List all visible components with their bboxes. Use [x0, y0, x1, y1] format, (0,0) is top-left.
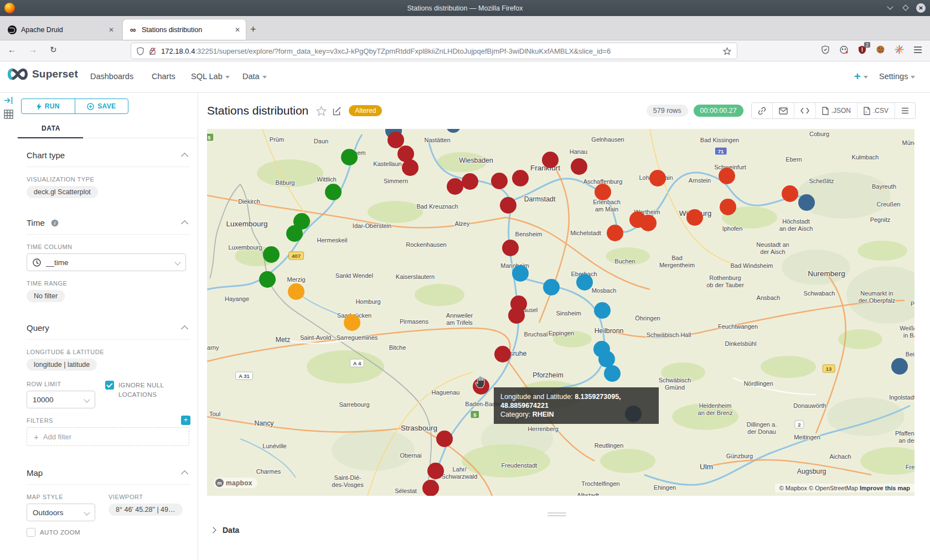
station-dot[interactable] — [542, 152, 559, 168]
row-limit-select[interactable]: 10000 — [27, 391, 95, 408]
deckgl-scatter-map[interactable]: PrümDaunNastättenGelnhausenHanauCoburgBa… — [207, 129, 914, 496]
add-filter-plus-button[interactable]: + — [181, 416, 190, 425]
shield-icon[interactable] — [137, 47, 144, 55]
station-dot[interactable] — [491, 173, 508, 189]
section-map[interactable]: Map — [27, 456, 190, 485]
data-panel-toggle[interactable]: Data — [211, 526, 239, 535]
superset-logo[interactable]: Superset — [7, 67, 78, 81]
station-dot[interactable] — [604, 365, 621, 382]
station-dot[interactable] — [259, 271, 276, 288]
section-point-size[interactable]: Point Size — [27, 546, 190, 560]
container-asterisk-icon[interactable] — [895, 45, 904, 54]
chart-menu-button[interactable] — [895, 103, 915, 118]
station-dot[interactable] — [427, 463, 444, 479]
run-button[interactable]: RUN — [22, 99, 75, 113]
ublock-icon[interactable]: 2 — [858, 45, 866, 54]
resize-drag-handle[interactable] — [547, 512, 566, 518]
nav-data[interactable]: Data — [242, 72, 267, 81]
privacy-mask-icon[interactable] — [839, 45, 849, 54]
station-dot[interactable] — [640, 215, 657, 231]
insecure-lock-icon[interactable] — [149, 47, 156, 55]
nav-dashboards[interactable]: Dashboards — [90, 72, 133, 81]
improve-map-link[interactable]: Improve this map — [860, 485, 910, 491]
station-dot[interactable] — [447, 178, 463, 195]
section-chart-type[interactable]: Chart type — [27, 138, 190, 167]
station-dot[interactable] — [512, 265, 529, 282]
station-dot[interactable] — [508, 307, 525, 324]
station-dot[interactable] — [607, 225, 623, 241]
station-dot[interactable] — [594, 302, 611, 319]
url-bar[interactable]: 172.18.0.4:32251/superset/explore/?form_… — [131, 43, 737, 59]
station-dot[interactable] — [286, 225, 303, 242]
station-dot[interactable] — [341, 149, 358, 165]
station-dot[interactable] — [263, 246, 280, 263]
map-style-select[interactable]: Outdoors — [27, 504, 95, 521]
time-column-select[interactable]: __time — [27, 253, 186, 271]
station-dot[interactable] — [719, 168, 735, 184]
station-dot[interactable] — [422, 480, 439, 496]
back-button[interactable]: ← — [8, 45, 16, 54]
tab-stations-distribution[interactable]: ∞ Stations distribution ✕ — [123, 19, 246, 40]
window-close-button[interactable]: ✕ — [916, 3, 926, 13]
new-chart-plus-button[interactable]: + — [854, 70, 868, 83]
tab-data[interactable]: DATA — [42, 125, 60, 132]
embed-code-button[interactable] — [794, 103, 815, 118]
nav-sql-lab[interactable]: SQL Lab — [191, 72, 230, 81]
nav-charts[interactable]: Charts — [152, 72, 175, 81]
add-filter-box[interactable]: + Add filter — [27, 427, 189, 446]
station-dot[interactable] — [782, 185, 798, 202]
window-maximize-button[interactable] — [901, 3, 911, 13]
station-dot[interactable] — [686, 209, 703, 226]
lonlat-value[interactable]: longitude | latitude — [27, 359, 97, 371]
station-dot[interactable] — [891, 358, 908, 375]
reload-button[interactable]: ↻ — [50, 45, 57, 55]
export-json-button[interactable]: .JSON — [815, 103, 857, 118]
copy-link-button[interactable] — [752, 103, 772, 118]
url-text[interactable]: 172.18.0.4:32251/superset/explore/?form_… — [161, 47, 723, 55]
tab-apache-druid[interactable]: Apache Druid ✕ — [2, 19, 120, 40]
forward-button[interactable]: → — [29, 45, 37, 54]
station-dot[interactable] — [288, 283, 304, 300]
section-time[interactable]: Time i — [27, 206, 190, 235]
mapbox-logo[interactable]: m mapbox — [214, 478, 257, 488]
auto-zoom-checkbox[interactable] — [27, 528, 35, 537]
station-dot[interactable] — [462, 173, 478, 190]
edit-properties-icon[interactable] — [333, 106, 342, 116]
cookie-icon[interactable] — [876, 45, 885, 54]
station-dot[interactable] — [595, 184, 611, 200]
station-dot[interactable] — [649, 170, 666, 186]
station-dot[interactable] — [571, 158, 587, 175]
collapse-panel-icon[interactable] — [4, 96, 13, 105]
menu-hamburger-icon[interactable] — [913, 46, 922, 54]
pocket-shield-icon[interactable] — [821, 45, 830, 54]
station-dot[interactable] — [402, 159, 418, 176]
altered-badge[interactable]: Altered — [349, 105, 382, 116]
favorite-star-icon[interactable] — [316, 106, 327, 116]
station-dot[interactable] — [325, 184, 342, 200]
station-dot[interactable] — [436, 431, 453, 447]
export-csv-button[interactable]: x.CSV — [857, 103, 895, 118]
station-dot[interactable] — [720, 199, 736, 215]
email-button[interactable] — [772, 103, 794, 118]
tab-close-icon[interactable]: ✕ — [108, 26, 114, 34]
station-dot[interactable] — [500, 197, 516, 214]
station-dot[interactable] — [798, 194, 815, 211]
station-dot[interactable] — [543, 279, 560, 295]
window-minimize-button[interactable] — [885, 3, 895, 13]
station-dot[interactable] — [494, 346, 511, 362]
bookmark-star-icon[interactable] — [723, 47, 731, 55]
viewport-value[interactable]: 8° 46' 45.28" | 49… — [108, 504, 183, 516]
station-dot[interactable] — [512, 170, 529, 186]
station-dot[interactable] — [344, 314, 360, 331]
ignore-null-checkbox[interactable] — [105, 381, 114, 390]
nav-settings[interactable]: Settings — [879, 72, 915, 81]
section-query[interactable]: Query — [27, 311, 190, 340]
new-tab-button[interactable]: + — [250, 24, 256, 35]
viz-type-value[interactable]: deck.gl Scatterplot — [27, 186, 98, 198]
save-button[interactable]: SAVE — [75, 99, 128, 113]
station-dot[interactable] — [502, 240, 519, 256]
tab-close-icon[interactable]: ✕ — [235, 26, 240, 34]
time-range-value[interactable]: No filter — [27, 290, 65, 302]
dataset-grid-icon[interactable] — [4, 110, 13, 119]
panel-scroll[interactable]: Chart type VISUALIZATION TYPE deck.gl Sc… — [18, 138, 198, 560]
